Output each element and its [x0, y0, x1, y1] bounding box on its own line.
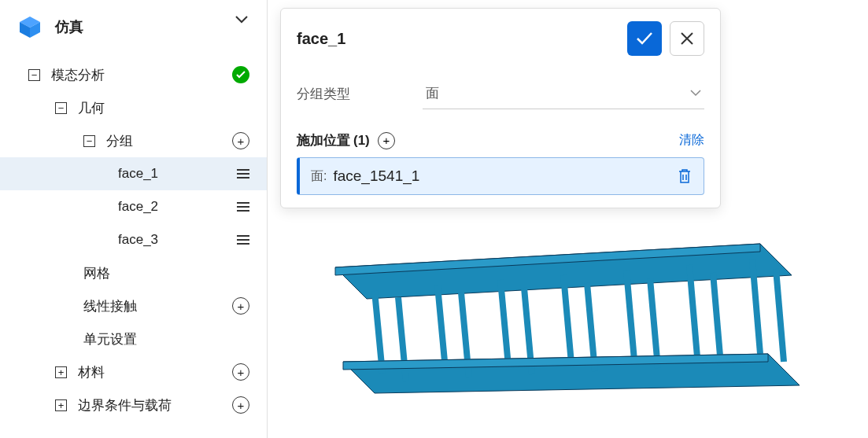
- cancel-button[interactable]: [670, 21, 704, 56]
- sidebar-title: 仿真: [55, 17, 83, 36]
- tree-item-face-3[interactable]: face_3: [0, 223, 267, 256]
- add-icon[interactable]: +: [232, 396, 249, 414]
- tree-item-modal-analysis[interactable]: − 模态分析: [0, 58, 267, 91]
- group-type-value: 面: [426, 84, 690, 102]
- collapse-icon[interactable]: −: [55, 102, 67, 114]
- property-panel: face_1 分组类型 面 施加位置 (1) + 清除 面: face_1541…: [280, 8, 721, 208]
- location-section-header: 施加位置 (1) + 清除: [297, 131, 704, 149]
- collapse-icon[interactable]: −: [83, 135, 95, 147]
- collapse-icon[interactable]: −: [28, 69, 40, 81]
- location-item[interactable]: 面: face_1541_1: [297, 157, 704, 195]
- svg-line-17: [713, 273, 721, 365]
- svg-line-16: [650, 278, 658, 368]
- location-prefix: 面:: [311, 168, 327, 185]
- trash-icon[interactable]: [677, 167, 693, 185]
- tree-item-boundary-conditions[interactable]: + 边界条件与载荷 +: [0, 388, 267, 421]
- tree: − 模态分析 − 几何 − 分组 + face_1 face_2 face_3 …: [0, 53, 267, 426]
- tree-item-group[interactable]: − 分组 +: [0, 124, 267, 157]
- menu-icon[interactable]: [237, 235, 249, 245]
- tree-item-face-2[interactable]: face_2: [0, 190, 267, 223]
- truss-model-icon: [319, 236, 807, 425]
- tree-item-unit-settings[interactable]: 单元设置: [0, 322, 267, 355]
- clear-button[interactable]: 清除: [679, 132, 704, 149]
- expand-icon[interactable]: +: [55, 366, 67, 378]
- location-count: (1): [353, 133, 370, 149]
- svg-line-6: [438, 285, 445, 370]
- location-name: face_1541_1: [333, 167, 677, 185]
- location-label: 施加位置: [297, 131, 350, 149]
- caret-down-icon[interactable]: [235, 16, 248, 24]
- 3d-viewport[interactable]: [280, 228, 847, 432]
- location-section: 施加位置 (1) + 清除 面: face_1541_1: [281, 119, 720, 208]
- svg-line-7: [500, 280, 508, 366]
- chevron-down-icon: [690, 90, 701, 97]
- tree-label: 网格: [83, 264, 267, 282]
- panel-header: face_1: [281, 9, 720, 68]
- svg-line-18: [776, 269, 784, 362]
- check-icon: [636, 31, 653, 46]
- tree-label: 单元设置: [83, 330, 267, 348]
- add-icon[interactable]: +: [232, 297, 249, 315]
- group-type-label: 分组类型: [297, 85, 423, 103]
- sidebar: 仿真 − 模态分析 − 几何 − 分组 + face_1 face_2 face…: [0, 0, 268, 438]
- cube-icon: [17, 14, 42, 39]
- close-icon: [680, 31, 694, 46]
- tree-item-face-1[interactable]: face_1: [0, 157, 267, 190]
- tree-item-material[interactable]: + 材料 +: [0, 355, 267, 388]
- tree-item-contact[interactable]: 线性接触 +: [0, 289, 267, 322]
- sidebar-header[interactable]: 仿真: [0, 0, 267, 53]
- tree-item-geometry[interactable]: − 几何: [0, 91, 267, 124]
- group-type-row: 分组类型 面: [281, 68, 720, 119]
- group-type-select[interactable]: 面: [423, 78, 704, 109]
- add-location-button[interactable]: +: [378, 132, 395, 149]
- menu-icon[interactable]: [237, 169, 249, 179]
- add-icon[interactable]: +: [232, 132, 249, 149]
- add-icon[interactable]: +: [232, 363, 249, 381]
- tree-item-mesh[interactable]: 网格: [0, 256, 267, 289]
- expand-icon[interactable]: +: [55, 399, 67, 411]
- confirm-button[interactable]: [627, 21, 662, 56]
- svg-line-8: [563, 275, 571, 363]
- panel-title: face_1: [297, 30, 627, 48]
- menu-icon[interactable]: [237, 202, 249, 212]
- tree-label: 几何: [78, 99, 267, 117]
- check-badge-icon: [232, 66, 249, 83]
